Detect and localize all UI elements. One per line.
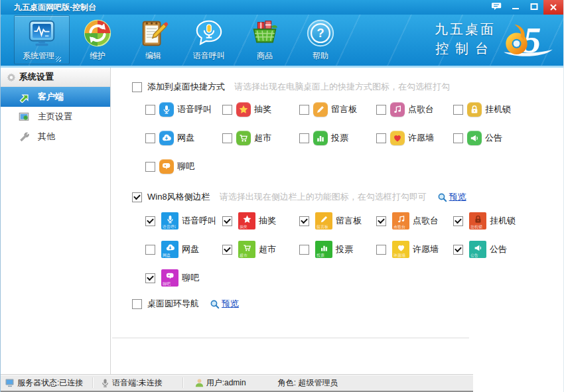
option-voting[interactable]: 投票 (299, 131, 376, 145)
statusbar-separator (182, 377, 184, 388)
option-supermarket[interactable]: 超市 超市 (222, 241, 299, 258)
checkbox[interactable] (376, 245, 386, 255)
checkbox[interactable] (376, 133, 386, 143)
server-status-text: 服务器状态:已连接 (17, 377, 83, 389)
toolbar-label: 编辑 (145, 50, 161, 62)
checkbox[interactable] (132, 82, 142, 92)
checkbox[interactable] (145, 105, 155, 115)
toolbar-button-edit[interactable]: 编辑 (125, 15, 181, 64)
section-hint: 请选择出现在电脑桌面上的快捷方式图标，在勾选框打勾 (234, 81, 450, 93)
megaphone-icon (467, 131, 482, 145)
toolbar-button-goods[interactable]: 商品 (237, 15, 293, 64)
checkbox[interactable] (222, 133, 232, 143)
checkbox[interactable] (453, 245, 463, 255)
checkbox[interactable] (299, 105, 309, 115)
magnifier-icon (210, 299, 220, 309)
chat-bubble-icon (491, 1, 503, 12)
option-announcement[interactable]: 公告 (453, 131, 530, 145)
checkbox[interactable] (453, 133, 463, 143)
option-supermarket[interactable]: 超市 (222, 131, 299, 145)
option-idle-lock[interactable]: 挂机锁 (453, 102, 530, 117)
feedback-chat-button[interactable] (488, 0, 506, 13)
content-divider (112, 338, 469, 338)
checkbox[interactable] (299, 245, 309, 255)
sidebar-item-label: 其他 (38, 131, 55, 143)
option-chat-bar[interactable]: 聊吧 (145, 159, 222, 174)
option-chat-bar[interactable]: 聊吧 聊吧 (145, 269, 222, 287)
option-net-disk[interactable]: 网盘 (145, 131, 222, 145)
checkbox[interactable] (299, 133, 309, 143)
checkbox[interactable] (453, 216, 463, 226)
option-message-board[interactable]: 留言板 (299, 102, 376, 117)
megaphone-icon: 公告 (469, 241, 486, 258)
ring-preview-link[interactable]: 预览 (210, 298, 239, 310)
toolbar-button-maintenance[interactable]: 维护 (70, 15, 125, 64)
mic-icon (159, 102, 174, 117)
section-title: Win8风格侧边栏 (147, 191, 210, 203)
toolbar: 系统管理 维护 编辑 语音呼叫 商品 帮助 九五桌面 控制台 (1, 15, 563, 68)
checkbox[interactable] (299, 216, 309, 226)
close-button[interactable] (543, 0, 563, 15)
checkbox[interactable] (376, 216, 386, 226)
checkbox[interactable] (376, 105, 386, 115)
heart-icon: 许愿墙 (392, 241, 409, 258)
win8-row-2: 网盘 网盘 超市 超市 投票 投票 许愿墙 (145, 241, 563, 258)
option-voice-call[interactable]: 语音呼叫 (145, 102, 222, 117)
minimize-button[interactable] (506, 0, 525, 13)
logo-95-icon (498, 19, 557, 60)
checkbox[interactable] (222, 245, 232, 255)
checkbox[interactable] (145, 273, 155, 283)
option-jukebox[interactable]: 点歌台 点歌台 (376, 212, 453, 229)
star-icon: 抽奖 (238, 212, 255, 229)
chat-icon: 聊吧 (161, 269, 178, 287)
cloud-download-icon: 网盘 (161, 241, 178, 258)
titlebar: 九五桌面网吧版-控制台 (1, 0, 563, 15)
checkbox[interactable] (222, 216, 232, 226)
maximize-button[interactable] (525, 0, 543, 13)
content-panel: 添加到桌面快捷方式 请选择出现在电脑桌面上的快捷方式图标，在勾选框打勾 语音呼叫… (111, 68, 563, 375)
section-title: 添加到桌面快捷方式 (147, 81, 225, 93)
option-lottery[interactable]: 抽奖 抽奖 (222, 212, 299, 229)
checkbox[interactable] (145, 133, 155, 143)
option-net-disk[interactable]: 网盘 网盘 (145, 241, 222, 258)
checkbox[interactable] (145, 162, 155, 172)
checkbox[interactable] (132, 299, 142, 309)
role-status: 角色: 超级管理员 (278, 377, 338, 389)
option-wish-wall[interactable]: 许愿墙 (376, 131, 453, 145)
sidebar-item-homepage[interactable]: 主页设置 (1, 107, 110, 127)
option-lottery[interactable]: 抽奖 (222, 102, 299, 117)
option-idle-lock[interactable]: 挂机锁 挂机锁 (453, 212, 530, 229)
option-voting[interactable]: 投票 投票 (299, 241, 376, 258)
option-jukebox[interactable]: 点歌台 (376, 102, 453, 117)
checkbox[interactable] (453, 105, 463, 115)
music-note-icon: 点歌台 (392, 212, 409, 229)
toolbar-button-help[interactable]: 帮助 (293, 15, 348, 64)
star-icon (236, 102, 251, 117)
option-message-board[interactable]: 留言板 留言板 (299, 212, 376, 229)
sidebar-item-label: 主页设置 (38, 111, 72, 123)
refresh-arrows-icon (82, 18, 113, 48)
toolbar-button-system[interactable]: 系统管理 (14, 15, 70, 64)
server-status: 服务器状态:已连接 (5, 377, 83, 389)
magnifier-icon (437, 192, 447, 202)
desktop-shortcut-section-header: 添加到桌面快捷方式 请选择出现在电脑桌面上的快捷方式图标，在勾选框打勾 (132, 81, 563, 93)
option-voice-call[interactable]: 语音呼叫 语音呼叫 (145, 212, 222, 229)
sidebar-item-client[interactable]: 客户端 (1, 87, 110, 107)
win8-preview-link[interactable]: 预览 (437, 191, 466, 203)
user-icon (194, 378, 204, 388)
shopping-basket-icon (249, 18, 280, 48)
cloud-download-icon (159, 131, 174, 145)
sidebar-item-other[interactable]: 其他 (1, 127, 110, 147)
checkbox[interactable] (132, 192, 142, 202)
bar-chart-icon (313, 131, 328, 145)
window-title: 九五桌面网吧版-控制台 (1, 2, 96, 13)
option-wish-wall[interactable]: 许愿墙 许愿墙 (376, 241, 453, 258)
bar-chart-icon: 投票 (315, 241, 332, 258)
toolbar-button-voice-call[interactable]: 语音呼叫 (181, 15, 237, 64)
checkbox[interactable] (145, 216, 155, 226)
desktop-shortcut-row-1: 语音呼叫 抽奖 留言板 点歌台 (145, 102, 563, 117)
checkbox[interactable] (145, 245, 155, 255)
option-announcement[interactable]: 公告 公告 (453, 241, 530, 258)
brand-title: 九五桌面 (435, 21, 496, 38)
checkbox[interactable] (222, 105, 232, 115)
